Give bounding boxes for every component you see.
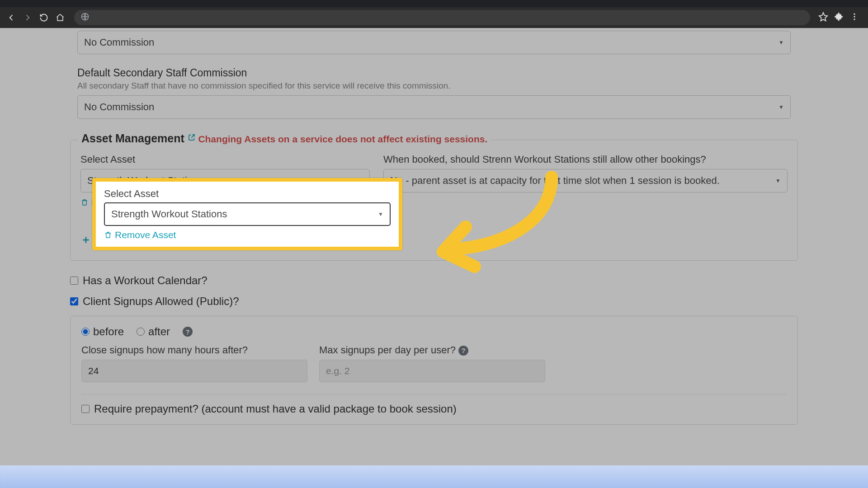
bookmark-star-icon[interactable] xyxy=(818,12,828,23)
spotlight-remove-asset-link[interactable]: Remove Asset xyxy=(104,230,176,240)
spotlight-select-asset-dropdown[interactable]: Strength Workout Stations ▼ xyxy=(104,202,391,226)
chevron-down-icon: ▼ xyxy=(775,178,781,184)
asset-management-title: Asset Management Changing Assets on a se… xyxy=(78,132,491,145)
secondary-commission-hint: All secondary Staff that have no commiss… xyxy=(77,81,791,91)
spotlight-remove-asset-label: Remove Asset xyxy=(115,230,176,240)
after-radio[interactable] xyxy=(137,328,145,336)
require-prepayment-label: Require prepayment? (account must have a… xyxy=(94,403,457,415)
svg-point-3 xyxy=(854,19,855,20)
forward-button[interactable] xyxy=(22,12,33,23)
booking-question-label: When booked, should Strenn Workout Stati… xyxy=(383,154,788,165)
chevron-down-icon: ▼ xyxy=(778,104,784,110)
url-bar[interactable] xyxy=(74,10,810,25)
max-signups-input[interactable] xyxy=(319,360,545,382)
client-signups-label: Client Signups Allowed (Public)? xyxy=(83,295,239,308)
tab-bar xyxy=(0,0,868,7)
svg-point-2 xyxy=(854,16,855,17)
chevron-down-icon: ▼ xyxy=(778,39,784,46)
browser-menu-icon[interactable] xyxy=(850,12,859,23)
booking-behavior-select[interactable]: No - parent asset is at capacity for tha… xyxy=(383,169,788,192)
require-prepayment-checkbox[interactable] xyxy=(81,405,90,413)
spotlight-select-asset-label: Select Asset xyxy=(104,188,391,200)
browser-toolbar xyxy=(0,7,868,28)
chevron-down-icon: ▼ xyxy=(378,211,383,217)
reload-button[interactable] xyxy=(38,12,50,23)
primary-commission-select[interactable]: No Commission ▼ xyxy=(77,31,791,54)
before-label: before xyxy=(93,325,124,338)
workout-calendar-label: Has a Workout Calendar? xyxy=(83,274,208,287)
external-link-icon[interactable] xyxy=(188,133,198,143)
workout-calendar-checkbox[interactable] xyxy=(70,277,78,285)
primary-commission-value: No Commission xyxy=(84,37,154,48)
back-button[interactable] xyxy=(5,12,17,23)
tutorial-spotlight: Select Asset Strength Workout Stations ▼… xyxy=(92,178,402,250)
before-radio[interactable] xyxy=(81,328,90,336)
help-icon[interactable]: ? xyxy=(458,346,468,356)
bottom-gradient-strip xyxy=(0,465,868,488)
signup-settings-panel: before after ? Close signups how many ho… xyxy=(70,316,798,425)
extensions-icon[interactable] xyxy=(835,12,844,23)
select-asset-label: Select Asset xyxy=(80,154,370,165)
asset-warning-text: Changing Assets on a service does not af… xyxy=(198,134,487,144)
help-icon[interactable]: ? xyxy=(183,327,193,337)
close-signups-input[interactable] xyxy=(81,360,307,382)
client-signups-checkbox[interactable] xyxy=(70,297,78,305)
secondary-commission-select[interactable]: No Commission ▼ xyxy=(77,95,791,119)
home-button[interactable] xyxy=(54,12,66,23)
secondary-commission-value: No Commission xyxy=(84,101,154,113)
browser-chrome xyxy=(0,0,868,28)
spotlight-select-asset-value: Strength Workout Stations xyxy=(111,208,227,220)
close-signups-label: Close signups how many hours after? xyxy=(81,344,307,356)
svg-point-1 xyxy=(854,14,855,15)
max-signups-label: Max signups per day per user? ? xyxy=(319,344,545,356)
secondary-commission-title: Default Secondary Staff Commission xyxy=(77,67,791,79)
divider xyxy=(81,394,787,394)
after-label: after xyxy=(148,325,170,338)
globe-icon xyxy=(80,12,90,23)
booking-behavior-value: No - parent asset is at capacity for tha… xyxy=(390,175,720,187)
